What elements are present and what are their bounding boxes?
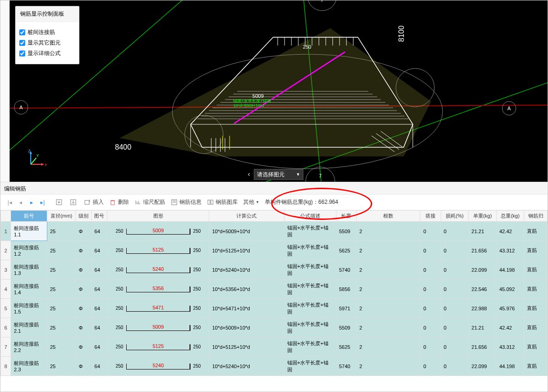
cell-loss[interactable]: 0: [441, 241, 469, 260]
cell-name[interactable]: 桩间连接筋2.2: [11, 337, 47, 357]
cell-type[interactable]: 直筋: [524, 337, 548, 357]
download-button[interactable]: [70, 199, 78, 206]
cell-name[interactable]: 桩间连接筋2.3: [11, 357, 47, 376]
cell-loss[interactable]: 0: [441, 280, 469, 299]
col-name[interactable]: 筋号: [11, 211, 47, 222]
cell-figno[interactable]: 64: [91, 337, 107, 357]
cell-loss[interactable]: 0: [441, 299, 469, 318]
cell-figno[interactable]: 64: [91, 241, 107, 260]
cell-level[interactable]: Φ: [76, 241, 91, 260]
checkbox-icon[interactable]: [19, 29, 25, 35]
col-count[interactable]: 根数: [357, 211, 420, 222]
cell-tw[interactable]: 45.092: [496, 280, 524, 299]
cell-uw[interactable]: 22.546: [469, 280, 497, 299]
cell-dia[interactable]: 25: [47, 357, 76, 376]
cell-dia[interactable]: 25: [47, 337, 76, 357]
cell-figno[interactable]: 64: [91, 280, 107, 299]
cell-lap[interactable]: 0: [420, 337, 441, 357]
cell-fdesc[interactable]: 锚固+水平长度+锚固: [284, 280, 336, 299]
cell-lap[interactable]: 0: [420, 280, 441, 299]
cell-fdesc[interactable]: 锚固+水平长度+锚固: [284, 318, 336, 337]
col-shape[interactable]: 图形: [107, 211, 209, 222]
cell-len[interactable]: 5509: [336, 318, 356, 337]
cell-count[interactable]: 2: [357, 222, 420, 241]
cell-count[interactable]: 2: [357, 318, 420, 337]
cell-level[interactable]: Φ: [76, 222, 91, 241]
cell-len[interactable]: 5856: [336, 280, 356, 299]
table-row[interactable]: 1桩间连接筋1.125Φ64250500925010*d+5009+10*d锚固…: [1, 222, 548, 241]
col-lap[interactable]: 搭接: [420, 211, 441, 222]
cell-dia[interactable]: 25: [47, 260, 76, 280]
cell-formula[interactable]: 10*d+5356+10*d: [209, 280, 285, 299]
table-row[interactable]: 2桩间连接筋1.225Φ64250512525010*d+5125+10*d锚固…: [1, 241, 548, 260]
cell-lap[interactable]: 0: [420, 260, 441, 280]
cell-lap[interactable]: 0: [420, 318, 441, 337]
table-row[interactable]: 3桩间连接筋1.325Φ64250524025010*d+5240+10*d锚固…: [1, 260, 548, 280]
table-row[interactable]: 7桩间连接筋2.225Φ64250512525010*d+5125+10*d锚固…: [1, 337, 548, 357]
cell-figno[interactable]: 64: [91, 318, 107, 337]
cell-dia[interactable]: 25: [47, 299, 76, 318]
col-dia[interactable]: 直径(mm): [47, 211, 76, 222]
cell-tw[interactable]: 45.976: [496, 299, 524, 318]
cell-len[interactable]: 5740: [336, 357, 356, 376]
col-uw[interactable]: 单重(kg): [469, 211, 497, 222]
cell-type[interactable]: 直筋: [524, 222, 548, 241]
nav-last-icon[interactable]: ▸|: [37, 199, 48, 206]
cell-level[interactable]: Φ: [76, 357, 91, 376]
element-select-dropdown[interactable]: 请选择图元 ▼: [254, 169, 303, 180]
cell-tw[interactable]: 43.312: [496, 337, 524, 357]
cell-tw[interactable]: 43.312: [496, 241, 524, 260]
cell-name[interactable]: 桩间连接筋1.3: [11, 260, 47, 280]
table-row[interactable]: 5桩间连接筋1.525Φ64250547125010*d+5471+10*d锚固…: [1, 299, 548, 318]
3d-viewport[interactable]: 7 7 A A: [10, 0, 548, 182]
cell-uw[interactable]: 21.21: [469, 318, 497, 337]
cell-formula[interactable]: 10*d+5009+10*d: [209, 222, 285, 241]
info-button[interactable]: 钢筋信息: [171, 198, 201, 206]
cell-level[interactable]: Φ: [76, 260, 91, 280]
cell-formula[interactable]: 10*d+5240+10*d: [209, 260, 285, 280]
cell-dia[interactable]: 25: [47, 318, 76, 337]
cell-fdesc[interactable]: 锚固+水平长度+锚固: [284, 241, 336, 260]
cell-type[interactable]: 直筋: [524, 280, 548, 299]
cell-count[interactable]: 2: [357, 299, 420, 318]
cell-loss[interactable]: 0: [441, 318, 469, 337]
cell-type[interactable]: 直筋: [524, 260, 548, 280]
cell-formula[interactable]: 10*d+5125+10*d: [209, 337, 285, 357]
table-row[interactable]: 4桩间连接筋1.425Φ64250535625010*d+5356+10*d锚固…: [1, 280, 548, 299]
cell-uw[interactable]: 21.656: [469, 241, 497, 260]
cell-dia[interactable]: 25: [47, 241, 76, 260]
cell-shape[interactable]: 2505125250: [107, 241, 209, 260]
cell-fdesc[interactable]: 锚固+水平长度+锚固: [284, 222, 336, 241]
cell-count[interactable]: 2: [357, 337, 420, 357]
cell-tw[interactable]: 44.198: [496, 357, 524, 376]
cell-shape[interactable]: 2505240250: [107, 357, 209, 376]
insert-button[interactable]: 插入: [84, 198, 104, 206]
cell-uw[interactable]: 22.099: [469, 357, 497, 376]
cell-lap[interactable]: 0: [420, 299, 441, 318]
cell-formula[interactable]: 10*d+5471+10*d: [209, 299, 285, 318]
cell-loss[interactable]: 0: [441, 260, 469, 280]
cell-fdesc[interactable]: 锚固+水平长度+锚固: [284, 357, 336, 376]
cell-level[interactable]: Φ: [76, 318, 91, 337]
col-len[interactable]: 长度: [336, 211, 356, 222]
cell-name[interactable]: 桩间连接筋2.1: [11, 318, 47, 337]
cb-pile-conn[interactable]: 桩间连接筋: [19, 28, 75, 36]
cell-figno[interactable]: 64: [91, 357, 107, 376]
cell-len[interactable]: 5971: [336, 299, 356, 318]
cb-show-formula[interactable]: 显示详细公式: [19, 50, 75, 57]
cell-lap[interactable]: 0: [420, 357, 441, 376]
cell-len[interactable]: 5625: [336, 241, 356, 260]
cell-fdesc[interactable]: 锚固+水平长度+锚固: [284, 337, 336, 357]
cell-shape[interactable]: 2505009250: [107, 222, 209, 241]
cell-fdesc[interactable]: 锚固+水平长度+锚固: [284, 299, 336, 318]
cell-count[interactable]: 2: [357, 241, 420, 260]
cell-count[interactable]: 2: [357, 280, 420, 299]
cell-loss[interactable]: 0: [441, 222, 469, 241]
nav-first-icon[interactable]: |◂: [4, 199, 15, 206]
cell-tw[interactable]: 44.198: [496, 260, 524, 280]
cell-name[interactable]: 桩间连接筋1.2: [11, 241, 47, 260]
cell-uw[interactable]: 22.099: [469, 260, 497, 280]
table-row[interactable]: 6桩间连接筋2.125Φ64250500925010*d+5009+10*d锚固…: [1, 318, 548, 337]
cb-show-other[interactable]: 显示其它图元: [19, 39, 75, 47]
cell-level[interactable]: Φ: [76, 280, 91, 299]
